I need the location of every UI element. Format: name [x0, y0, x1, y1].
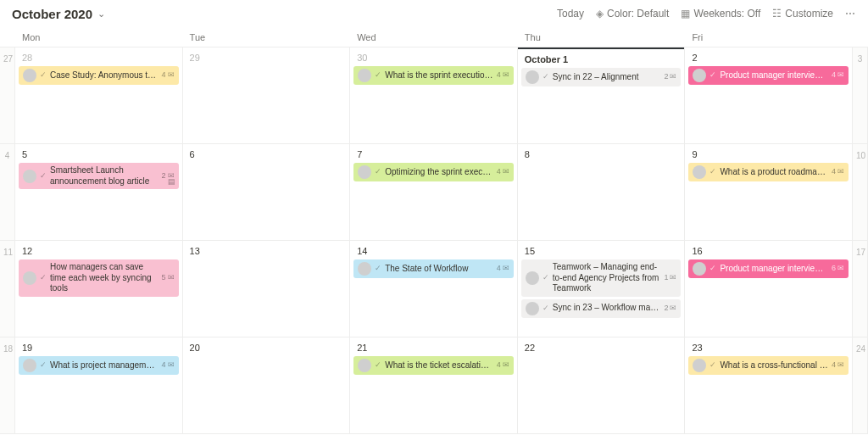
event-meta: 2✉: [664, 72, 676, 81]
weekend-cell-left[interactable]: 11: [0, 241, 15, 337]
calendar-cell[interactable]: 29: [183, 47, 351, 144]
calendar-cell[interactable]: 23✓What is a cross-functional team?4✉: [685, 337, 853, 434]
check-icon: ✓: [40, 360, 47, 370]
weekend-cell-left[interactable]: 4: [0, 144, 15, 241]
check-icon: ✓: [375, 360, 381, 370]
shield-icon: ◈: [596, 8, 604, 20]
calendar-cell-today[interactable]: October 1✓Sync in 22 – Alignment2✉: [518, 47, 686, 144]
calendar-cell[interactable]: 13: [183, 241, 351, 337]
calendar-cell[interactable]: 21✓What is the ticket escalation workflo…: [350, 337, 518, 434]
color-label: Color: Default: [607, 8, 669, 20]
day-number: 2: [688, 51, 849, 66]
calendar-event[interactable]: ✓What is the ticket escalation workflow?…: [353, 356, 514, 375]
calendar-cell[interactable]: 5✓Smartsheet Launch announcement blog ar…: [15, 144, 183, 241]
calendar-cell[interactable]: 22: [518, 337, 686, 434]
event-meta: 4✉: [832, 360, 844, 370]
comment-icon: ✉: [670, 72, 676, 81]
weekends-toggle[interactable]: ▦ Weekends: Off: [681, 8, 760, 20]
calendar-event[interactable]: ✓Smartsheet Launch announcement blog art…: [19, 163, 179, 189]
avatar: [23, 170, 36, 183]
today-button[interactable]: Today: [557, 8, 584, 20]
event-count: 4: [832, 167, 836, 176]
calendar-cell[interactable]: 7✓Optimizing the sprint execution workfl…: [350, 144, 518, 241]
event-count: 4: [832, 70, 836, 80]
calendar-cell[interactable]: 14✓The State of Workflow4✉: [350, 241, 518, 337]
calendar-cell[interactable]: 15✓Teamwork – Managing end-to-end Agency…: [518, 241, 686, 337]
day-number: 13: [186, 244, 347, 259]
check-icon: ✓: [375, 264, 381, 273]
calendar-event[interactable]: ✓Teamwork – Managing end-to-end Agency P…: [521, 259, 682, 297]
day-number: 5: [19, 148, 179, 163]
comment-icon: ✉: [837, 264, 844, 273]
avatar: [526, 70, 539, 84]
avatar: [23, 359, 36, 372]
event-meta: 4✉: [497, 360, 509, 370]
calendar-event[interactable]: ✓Case Study: Anonymous tech enterprise4✉: [19, 66, 179, 85]
calendar-cell[interactable]: 12✓How managers can save time each week …: [15, 241, 183, 337]
event-count: 1: [664, 273, 668, 282]
day-number: 3: [856, 51, 864, 64]
calendar-event[interactable]: ✓What is a product roadmap + template4✉: [688, 163, 849, 181]
event-count: 4: [832, 360, 836, 370]
event-count: 4: [162, 70, 166, 80]
day-number: 27: [3, 51, 11, 64]
calendar-cell[interactable]: 28✓Case Study: Anonymous tech enterprise…: [15, 47, 183, 144]
event-meta: 6✉: [832, 264, 844, 273]
calendar-event[interactable]: ✓What is project management?4✉: [19, 356, 179, 375]
today-label: October 1: [521, 51, 682, 68]
calendar-cell[interactable]: 2✓Product manager interview series 14✉: [685, 47, 853, 144]
calendar-cell[interactable]: 8: [518, 144, 686, 241]
day-number: 29: [186, 51, 347, 66]
calendar-event[interactable]: ✓Product manager interview series 14✉: [688, 66, 849, 85]
check-icon: ✓: [542, 72, 549, 81]
calendar-cell[interactable]: 19✓What is project management?4✉: [15, 337, 183, 434]
event-title: Teamwork – Managing end-to-end Agency Pr…: [553, 262, 661, 294]
weekday-header: Thu: [518, 29, 686, 47]
comment-icon: ✉: [837, 360, 844, 370]
more-menu-button[interactable]: ⋯: [845, 8, 856, 20]
month-title: October 2020: [12, 7, 92, 21]
day-number: 10: [856, 148, 864, 160]
event-count: 5: [162, 273, 166, 282]
calendar-event[interactable]: ✓How managers can save time each week by…: [19, 259, 179, 297]
event-title: What is a product roadmap + template: [720, 167, 828, 178]
calendar-event[interactable]: ✓Optimizing the sprint execution workflo…: [353, 163, 514, 181]
day-number: 14: [353, 244, 514, 259]
event-title: Optimizing the sprint execution workflow: [385, 167, 493, 178]
calendar-cell[interactable]: 16✓Product manager interview series 26✉: [685, 241, 853, 337]
weekend-cell-right[interactable]: 24: [853, 337, 868, 434]
day-number: 23: [688, 341, 849, 356]
event-title: Smartsheet Launch announcement blog arti…: [50, 165, 159, 187]
calendar-event[interactable]: ✓The State of Workflow4✉: [353, 259, 514, 278]
day-number: 17: [856, 244, 864, 257]
avatar: [693, 165, 706, 179]
comment-icon: ✉: [503, 70, 509, 80]
event-title: Product manager interview series 2: [720, 264, 828, 275]
weekend-cell-left[interactable]: 18: [0, 337, 15, 434]
calendar-cell[interactable]: 6: [183, 144, 351, 241]
event-count: 4: [162, 360, 166, 370]
event-meta: 4✉: [832, 70, 844, 80]
avatar: [526, 302, 539, 315]
calendar-event[interactable]: ✓What is a cross-functional team?4✉: [688, 356, 849, 375]
calendar-cell[interactable]: 30✓What is the sprint execution workflow…: [350, 47, 518, 144]
customize-button[interactable]: ☷ Customize: [772, 8, 833, 20]
calendar-event[interactable]: ✓Product manager interview series 26✉: [688, 259, 849, 278]
weekday-header: Fri: [685, 29, 853, 47]
weekend-cell-left[interactable]: 27: [0, 47, 15, 144]
calendar-cell[interactable]: 9✓What is a product roadmap + template4✉: [685, 144, 853, 241]
calendar-event[interactable]: ✓Sync in 22 – Alignment2✉: [521, 68, 682, 86]
calendar-event[interactable]: ✓What is the sprint execution workflow?4…: [353, 66, 514, 85]
calendar-event[interactable]: ✓Sync in 23 – Workflow management2✉: [521, 299, 682, 318]
check-icon: ✓: [542, 304, 549, 313]
color-default-button[interactable]: ◈ Color: Default: [596, 8, 669, 20]
month-picker[interactable]: October 2020 ⌄: [12, 7, 105, 21]
weekend-cell-right[interactable]: 10: [853, 144, 868, 241]
comment-icon: ✉: [837, 70, 844, 80]
weekend-cell-right[interactable]: 17: [853, 241, 868, 337]
calendar-cell[interactable]: 20: [183, 337, 351, 434]
event-count: 2: [664, 72, 668, 81]
weekend-cell-right[interactable]: 3: [853, 47, 868, 144]
comment-icon: ✉: [837, 167, 844, 176]
day-number: 28: [19, 51, 179, 66]
